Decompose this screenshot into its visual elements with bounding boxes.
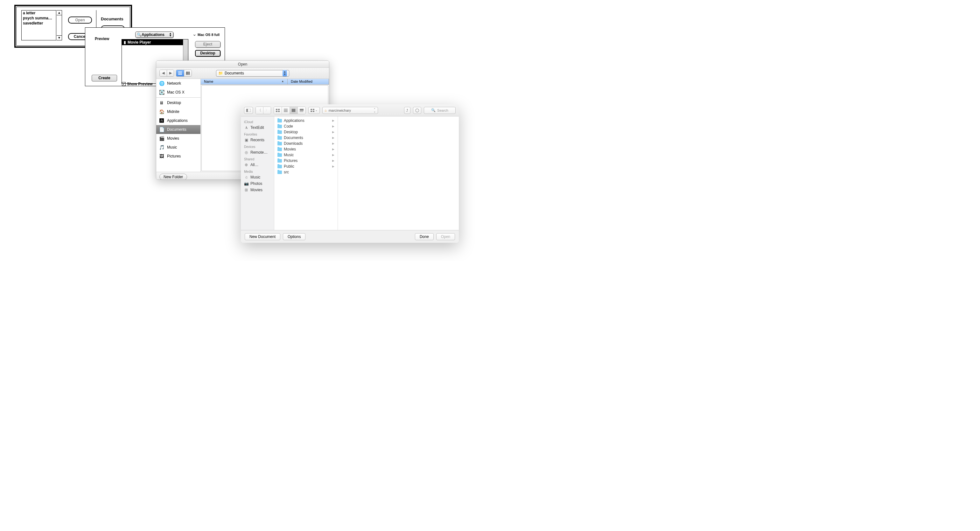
folder-item[interactable]: Desktop▶ — [274, 129, 337, 135]
folder-item[interactable]: Downloads▶ — [274, 141, 337, 146]
path-label: marcinwichary — [329, 108, 351, 112]
svg-rect-20 — [301, 111, 302, 112]
svg-rect-10 — [276, 111, 277, 112]
gallery-icon — [300, 109, 304, 112]
tags-button[interactable]: ◯ — [413, 107, 421, 114]
folder-item[interactable]: Applications▶ — [274, 118, 337, 124]
network-icon: 🌐 — [159, 81, 164, 86]
sidebar-item-macosx[interactable]: 💽Mac OS X — [156, 88, 200, 97]
new-document-button[interactable]: New Document — [245, 233, 280, 240]
sidebar-item-music[interactable]: 🎵Music — [156, 143, 200, 152]
scroll-down-icon[interactable]: ▼ — [57, 35, 62, 40]
group-dropdown[interactable]: ⌄ — [308, 107, 320, 114]
empty-column — [338, 116, 459, 230]
name-column-header[interactable]: Name▲ — [201, 79, 288, 84]
svg-rect-4 — [188, 72, 188, 75]
chevron-updown-icon: ▲▼ — [169, 32, 172, 37]
folder-item[interactable]: Pictures▶ — [274, 158, 337, 164]
scroll-up-icon[interactable]: ▲ — [57, 11, 62, 15]
recents-icon: ▣ — [244, 138, 248, 142]
chevron-right-icon: ▶ — [332, 148, 334, 151]
chevron-right-icon: ▶ — [332, 136, 334, 139]
folder-item[interactable]: Public▶ — [274, 164, 337, 169]
network-icon: ⊕ — [244, 162, 248, 167]
list-item[interactable]: psych summa… — [22, 16, 56, 21]
chevron-right-icon: ▶ — [332, 130, 334, 134]
toolbar: ◀ ▶ 📁 Documents ▲▼ — [156, 68, 329, 79]
options-button[interactable]: Options — [283, 233, 305, 240]
column-headers: Name▲ Date Modified — [201, 79, 329, 84]
gallery-view-button[interactable] — [298, 107, 305, 114]
pictures-icon: 🖼 — [159, 153, 164, 159]
sidebar: 🌐Network 💽Mac OS X 🖥Desktop 🏠Midnite 🅰Ap… — [156, 79, 201, 172]
open-button[interactable]: Open — [68, 16, 92, 24]
sidebar-item-recents[interactable]: ▣Recents — [241, 137, 274, 143]
home-icon: 🏠 — [159, 109, 164, 114]
share-button[interactable]: ⤴ — [404, 107, 410, 114]
list-item[interactable]: a letter — [22, 11, 56, 16]
sidebar-item-documents[interactable]: 📄Documents — [156, 125, 200, 134]
sidebar-item-desktop[interactable]: 🖥Desktop — [156, 98, 200, 107]
list-view-button[interactable] — [282, 107, 290, 114]
list-icon — [178, 72, 182, 75]
preview-area — [90, 44, 120, 72]
desktop-button[interactable]: Desktop — [195, 50, 221, 57]
volume-label: ⌵ Mac OS 8 full — [194, 32, 220, 37]
list-item[interactable]: ▮ Movie Player — [122, 40, 188, 45]
sidebar-item-movies[interactable]: ⊞Movies — [241, 187, 274, 193]
sidebar-item-movies[interactable]: 🎬Movies — [156, 134, 200, 143]
scrollbar[interactable]: ▲ ▼ — [57, 10, 62, 40]
sidebar-item-applications[interactable]: 🅰Applications — [156, 116, 200, 125]
sidebar-item-music[interactable]: ♫Music — [241, 174, 274, 180]
open-button[interactable]: Open — [436, 233, 455, 240]
svg-rect-3 — [186, 72, 187, 75]
sidebar-item-network[interactable]: 🌐Network — [156, 79, 200, 88]
eject-button[interactable]: Eject — [195, 41, 221, 48]
file-list[interactable]: a letter psych summa… savedletter — [21, 10, 56, 40]
sidebar-item-all[interactable]: ⊕All… — [241, 162, 274, 168]
svg-rect-9 — [278, 109, 280, 110]
folder-icon — [277, 170, 282, 174]
folder-item[interactable]: Code▶ — [274, 124, 337, 129]
column-view-button[interactable] — [290, 107, 298, 114]
chevron-right-icon: ▶ — [332, 165, 334, 168]
forward-button[interactable]: ▶ — [167, 70, 174, 76]
done-button[interactable]: Done — [415, 233, 434, 240]
back-button[interactable]: ◀ — [160, 70, 167, 76]
path-dropdown[interactable]: 📁 Documents ▲▼ — [216, 70, 289, 77]
show-preview-checkbox[interactable]: ✓ Show Preview — [122, 82, 153, 86]
divider — [156, 97, 200, 98]
forward-button[interactable]: 〉 — [263, 107, 271, 114]
icon-view-button[interactable] — [274, 107, 282, 114]
sidebar-item-remote[interactable]: ◎Remote… — [241, 149, 274, 156]
file-column[interactable]: Applications▶ Code▶ Desktop▶ Documents▶ … — [274, 116, 338, 230]
sidebar-item-textedit[interactable]: 𝐀TextEdit — [241, 124, 274, 131]
list-item[interactable]: savedletter — [22, 21, 56, 26]
section-favorites: Favorites — [241, 131, 274, 137]
sidebar-toggle-button[interactable] — [244, 107, 253, 114]
new-folder-button[interactable]: New Folder — [159, 174, 187, 180]
sidebar-item-pictures[interactable]: 🖼Pictures — [156, 152, 200, 161]
location-dropdown[interactable]: 🔍 Applications ▲▼ — [135, 32, 173, 38]
file-name: Movie Player — [127, 40, 151, 45]
svg-rect-8 — [276, 109, 277, 110]
search-field[interactable]: 🔍 Search — [424, 107, 456, 114]
sidebar-item-photos[interactable]: 📷Photos — [241, 180, 274, 187]
folder-item[interactable]: src — [274, 169, 337, 175]
section-shared: Shared — [241, 156, 274, 162]
section-icloud: iCloud — [241, 118, 274, 124]
create-button[interactable]: Create — [92, 75, 117, 81]
date-column-header[interactable]: Date Modified — [288, 79, 329, 84]
list-view-button[interactable] — [176, 70, 184, 76]
sidebar-item-home[interactable]: 🏠Midnite — [156, 107, 200, 116]
folder-item[interactable]: Movies▶ — [274, 146, 337, 152]
path-dropdown[interactable]: ⌂ marcinwichary ⌃⌄ — [322, 107, 378, 114]
folder-item[interactable]: Documents▶ — [274, 135, 337, 141]
column-view-button[interactable] — [184, 70, 191, 76]
svg-rect-18 — [300, 109, 304, 111]
disc-icon: ◎ — [244, 150, 248, 155]
folder-item[interactable]: Music▶ — [274, 152, 337, 158]
svg-rect-19 — [300, 111, 301, 112]
view-segmented — [176, 70, 192, 77]
back-button[interactable]: 〈 — [256, 107, 263, 114]
